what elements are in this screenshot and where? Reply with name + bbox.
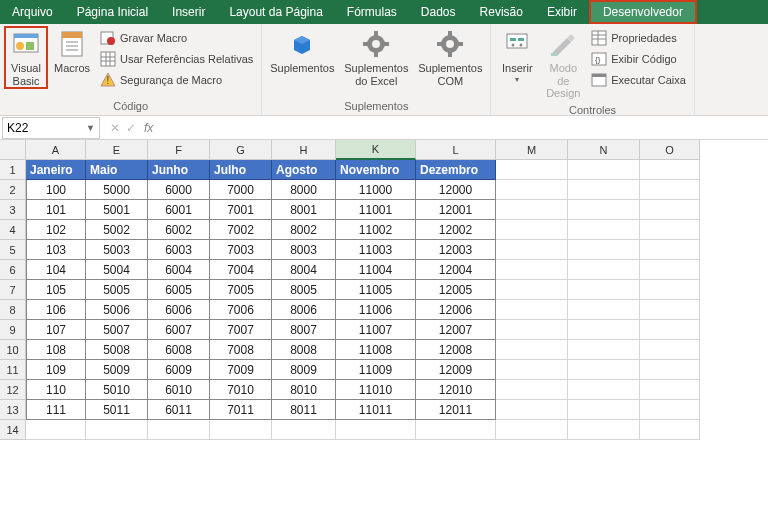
table-cell[interactable]: 5009 — [86, 360, 148, 380]
empty-cell[interactable] — [568, 200, 640, 220]
empty-cell[interactable] — [568, 180, 640, 200]
table-cell[interactable]: 7007 — [210, 320, 272, 340]
menu-tab-exibir[interactable]: Exibir — [535, 0, 589, 24]
row-header-13[interactable]: 13 — [0, 400, 26, 420]
menu-tab-revisão[interactable]: Revisão — [468, 0, 535, 24]
table-header-cell[interactable]: Novembro — [336, 160, 416, 180]
empty-cell[interactable] — [496, 180, 568, 200]
empty-cell[interactable] — [568, 340, 640, 360]
table-header-cell[interactable]: Janeiro — [26, 160, 86, 180]
table-cell[interactable]: 12001 — [416, 200, 496, 220]
macros-button[interactable]: Macros — [50, 26, 94, 77]
inserir-button[interactable]: Inserir ▾ — [495, 26, 539, 86]
empty-cell[interactable] — [640, 220, 700, 240]
table-cell[interactable]: 7002 — [210, 220, 272, 240]
table-cell[interactable]: 8001 — [272, 200, 336, 220]
menu-tab-inserir[interactable]: Inserir — [160, 0, 217, 24]
table-cell[interactable]: 5000 — [86, 180, 148, 200]
empty-cell[interactable] — [86, 420, 148, 440]
table-cell[interactable]: 108 — [26, 340, 86, 360]
empty-cell[interactable] — [568, 320, 640, 340]
table-cell[interactable]: 8009 — [272, 360, 336, 380]
table-cell[interactable]: 104 — [26, 260, 86, 280]
table-cell[interactable]: 12006 — [416, 300, 496, 320]
table-cell[interactable]: 11000 — [336, 180, 416, 200]
table-cell[interactable]: 6001 — [148, 200, 210, 220]
empty-cell[interactable] — [640, 320, 700, 340]
table-cell[interactable]: 11004 — [336, 260, 416, 280]
empty-cell[interactable] — [640, 300, 700, 320]
empty-cell[interactable] — [568, 380, 640, 400]
row-header-9[interactable]: 9 — [0, 320, 26, 340]
table-cell[interactable]: 8008 — [272, 340, 336, 360]
empty-cell[interactable] — [568, 240, 640, 260]
table-cell[interactable]: 12009 — [416, 360, 496, 380]
table-cell[interactable]: 8003 — [272, 240, 336, 260]
row-header-14[interactable]: 14 — [0, 420, 26, 440]
table-cell[interactable]: 8004 — [272, 260, 336, 280]
menu-tab-arquivo[interactable]: Arquivo — [0, 0, 65, 24]
table-cell[interactable]: 8000 — [272, 180, 336, 200]
table-cell[interactable]: 6005 — [148, 280, 210, 300]
empty-cell[interactable] — [640, 400, 700, 420]
menu-tab-desenvolvedor[interactable]: Desenvolvedor — [589, 0, 697, 24]
column-header-L[interactable]: L — [416, 140, 496, 160]
table-cell[interactable]: 6010 — [148, 380, 210, 400]
table-cell[interactable]: 6006 — [148, 300, 210, 320]
column-header-H[interactable]: H — [272, 140, 336, 160]
table-cell[interactable]: 100 — [26, 180, 86, 200]
menu-tab-layout-da-página[interactable]: Layout da Página — [217, 0, 334, 24]
table-header-cell[interactable]: Julho — [210, 160, 272, 180]
column-header-K[interactable]: K — [336, 140, 416, 160]
table-cell[interactable]: 106 — [26, 300, 86, 320]
empty-cell[interactable] — [272, 420, 336, 440]
empty-cell[interactable] — [496, 160, 568, 180]
table-cell[interactable]: 12004 — [416, 260, 496, 280]
empty-cell[interactable] — [640, 240, 700, 260]
empty-cell[interactable] — [148, 420, 210, 440]
chevron-down-icon[interactable]: ▼ — [86, 123, 95, 133]
menu-tab-fórmulas[interactable]: Fórmulas — [335, 0, 409, 24]
table-cell[interactable]: 105 — [26, 280, 86, 300]
table-header-cell[interactable]: Maio — [86, 160, 148, 180]
table-cell[interactable]: 5002 — [86, 220, 148, 240]
menu-tab-dados[interactable]: Dados — [409, 0, 468, 24]
empty-cell[interactable] — [640, 260, 700, 280]
empty-cell[interactable] — [496, 320, 568, 340]
table-cell[interactable]: 6008 — [148, 340, 210, 360]
table-header-cell[interactable]: Dezembro — [416, 160, 496, 180]
table-cell[interactable]: 8006 — [272, 300, 336, 320]
referencias-relativas-button[interactable]: Usar Referências Relativas — [96, 49, 257, 69]
empty-cell[interactable] — [640, 340, 700, 360]
table-cell[interactable]: 11003 — [336, 240, 416, 260]
column-header-G[interactable]: G — [210, 140, 272, 160]
column-header-F[interactable]: F — [148, 140, 210, 160]
row-header-12[interactable]: 12 — [0, 380, 26, 400]
empty-cell[interactable] — [416, 420, 496, 440]
empty-cell[interactable] — [640, 200, 700, 220]
empty-cell[interactable] — [568, 300, 640, 320]
table-cell[interactable]: 11011 — [336, 400, 416, 420]
table-cell[interactable]: 6007 — [148, 320, 210, 340]
table-cell[interactable]: 12003 — [416, 240, 496, 260]
check-icon[interactable]: ✓ — [126, 121, 136, 135]
table-cell[interactable]: 8011 — [272, 400, 336, 420]
table-cell[interactable]: 11010 — [336, 380, 416, 400]
column-header-M[interactable]: M — [496, 140, 568, 160]
menu-tab-página-inicial[interactable]: Página Inicial — [65, 0, 160, 24]
empty-cell[interactable] — [568, 420, 640, 440]
empty-cell[interactable] — [336, 420, 416, 440]
fx-label[interactable]: fx — [144, 121, 159, 135]
empty-cell[interactable] — [496, 360, 568, 380]
suplementos-button[interactable]: Suplementos — [266, 26, 338, 77]
table-cell[interactable]: 12010 — [416, 380, 496, 400]
table-cell[interactable]: 8005 — [272, 280, 336, 300]
row-header-7[interactable]: 7 — [0, 280, 26, 300]
empty-cell[interactable] — [568, 220, 640, 240]
table-cell[interactable]: 7010 — [210, 380, 272, 400]
table-cell[interactable]: 12000 — [416, 180, 496, 200]
seguranca-macro-button[interactable]: ! Segurança de Macro — [96, 70, 257, 90]
table-cell[interactable]: 11007 — [336, 320, 416, 340]
table-cell[interactable]: 111 — [26, 400, 86, 420]
column-header-N[interactable]: N — [568, 140, 640, 160]
